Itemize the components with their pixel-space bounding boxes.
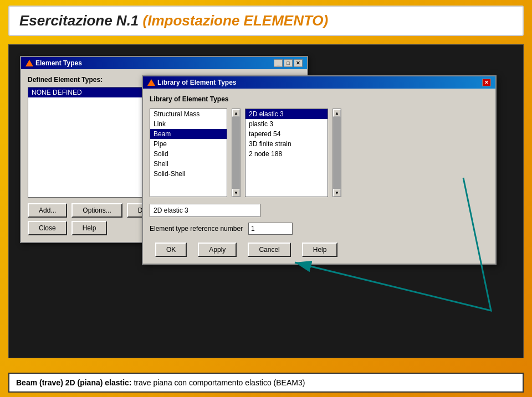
element-type-sublist[interactable]: 2D elastic 3 plastic 3 tapered 54 3D fin… (245, 109, 328, 197)
apply-button[interactable]: Apply (198, 243, 237, 257)
library-columns: Structural Mass Link Beam Pipe Solid She… (150, 109, 489, 197)
right-item-2d-elastic[interactable]: 2D elastic 3 (245, 109, 328, 119)
element-types-titlebar[interactable]: Element Types _ □ ✕ (21, 57, 307, 69)
element-name-row: 2D elastic 3 (150, 204, 489, 217)
list-item-none-defined[interactable]: NONE DEFINED (28, 87, 155, 97)
library-titlebar[interactable]: Library of Element Types ✕ (143, 76, 495, 89)
ref-label: Element type reference number (150, 225, 243, 233)
close-button[interactable]: Close (28, 221, 67, 235)
list-item-beam[interactable]: Beam (150, 129, 227, 139)
scroll-track[interactable] (232, 117, 240, 189)
left-scrollbar[interactable]: ▲ ▼ (232, 109, 241, 197)
element-ref-row: Element type reference number (150, 223, 489, 235)
titlebar-left: Element Types (25, 59, 82, 67)
ref-input[interactable] (248, 223, 293, 235)
element-name-display: 2D elastic 3 (150, 204, 260, 217)
caption-bar: Beam (trave) 2D (piana) elastic: trave p… (8, 373, 524, 393)
element-category-list[interactable]: Structural Mass Link Beam Pipe Solid She… (150, 109, 227, 197)
main-panel: Element Types _ □ ✕ Defined Element Type… (8, 44, 524, 358)
options-button[interactable]: Options... (71, 203, 122, 218)
help-button-lib[interactable]: Help (302, 243, 338, 257)
list-item-shell[interactable]: Shell (150, 159, 227, 169)
ansys-logo-icon (25, 60, 33, 66)
close-button-et[interactable]: ✕ (294, 59, 303, 67)
list-item-link[interactable]: Link (150, 119, 227, 129)
library-label: Library of Element Types (150, 95, 489, 103)
add-button[interactable]: Add... (28, 203, 67, 218)
scroll-up-arrow[interactable]: ▲ (232, 109, 240, 117)
list-item-solid-shell[interactable]: Solid-Shell (150, 169, 227, 179)
title-area: Esercitazione N.1 (Impostazione ELEMENTO… (8, 6, 524, 36)
right-item-plastic[interactable]: plastic 3 (245, 119, 328, 129)
titlebar-controls: _ □ ✕ (274, 59, 303, 67)
list-item-pipe[interactable]: Pipe (150, 139, 227, 149)
caption-bold: Beam (trave) 2D (piana) elastic: (16, 378, 132, 387)
ansys-logo-icon-lib (147, 79, 155, 86)
scroll-down-arrow[interactable]: ▼ (232, 189, 240, 197)
maximize-button[interactable]: □ (284, 59, 293, 67)
right-item-3d-finite[interactable]: 3D finite strain (245, 139, 328, 149)
list-item-solid[interactable]: Solid (150, 149, 227, 159)
cancel-button[interactable]: Cancel (248, 243, 290, 257)
right-scroll-down[interactable]: ▼ (333, 189, 341, 197)
element-type-list[interactable]: NONE DEFINED (28, 87, 155, 198)
right-scroll-track[interactable] (333, 117, 341, 189)
help-button[interactable]: Help (71, 221, 108, 235)
ok-button-lib[interactable]: OK (155, 243, 187, 257)
minimize-button[interactable]: _ (274, 59, 283, 67)
right-scrollbar[interactable]: ▲ ▼ (332, 109, 341, 197)
right-item-2node[interactable]: 2 node 188 (245, 149, 328, 159)
caption-rest: trave piana con comportamento elastico (… (132, 378, 305, 387)
dialog-library: Library of Element Types ✕ Library of El… (142, 75, 497, 265)
list-item-structural-mass[interactable]: Structural Mass (150, 109, 227, 119)
right-scroll-up[interactable]: ▲ (333, 109, 341, 117)
library-close-btn[interactable]: ✕ (482, 79, 491, 86)
library-titlebar-controls: ✕ (482, 79, 491, 86)
page-title: Esercitazione N.1 (Impostazione ELEMENTO… (19, 12, 513, 29)
library-buttons: OK Apply Cancel Help (150, 243, 489, 257)
library-titlebar-left: Library of Element Types (147, 79, 236, 86)
right-item-tapered[interactable]: tapered 54 (245, 129, 328, 139)
library-body: Library of Element Types Structural Mass… (143, 89, 495, 264)
